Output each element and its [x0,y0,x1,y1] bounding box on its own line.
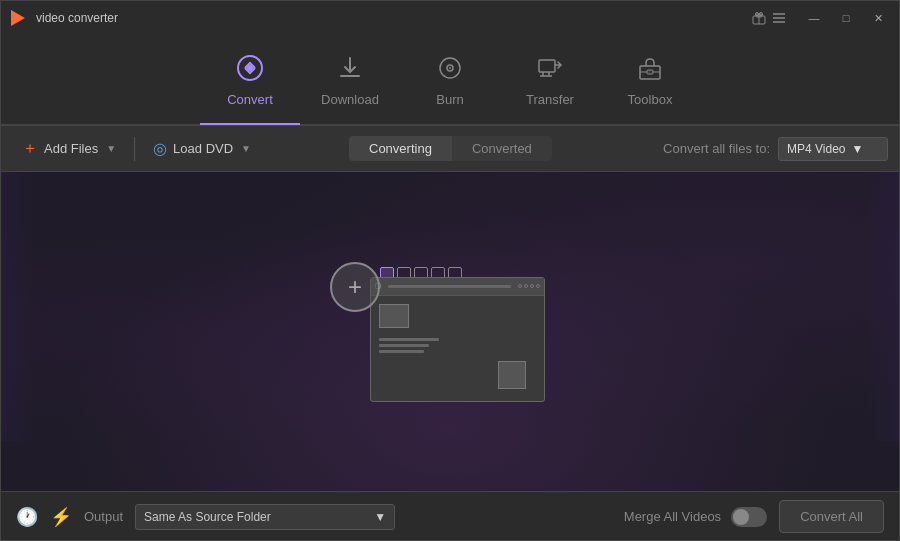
format-arrow: ▼ [851,142,863,156]
title-controls: — □ ✕ [750,8,892,28]
nav-label-burn: Burn [436,92,463,107]
content-area[interactable]: + [0,172,900,491]
app-logo [8,8,28,28]
mockup-line-3 [379,350,424,353]
load-dvd-label: Load DVD [173,141,233,156]
format-select[interactable]: MP4 Video ▼ [778,137,888,161]
svg-point-9 [247,65,253,71]
nav-label-toolbox: Toolbox [628,92,673,107]
convert-all-label: Convert all files to: [663,141,770,156]
tab-converting[interactable]: Converting [349,136,452,161]
add-files-button[interactable]: ＋ Add Files ▼ [12,133,126,164]
convert-all-button[interactable]: Convert All [779,500,884,533]
title-bar: video converter [0,0,900,36]
plus-circle[interactable]: + [330,262,380,312]
nav-item-download[interactable]: Download [300,35,400,125]
mountain-left [0,172,35,441]
download-icon [336,54,364,86]
toolbox-icon [636,54,664,86]
drop-zone[interactable]: + [350,262,550,402]
transfer-icon [536,54,564,86]
format-selected-value: MP4 Video [787,142,845,156]
maximize-button[interactable]: □ [832,8,860,28]
merge-toggle[interactable] [731,507,767,527]
title-left: video converter [8,8,118,28]
load-dvd-button[interactable]: ◎ Load DVD ▼ [143,134,261,163]
add-icon: ＋ [22,138,38,159]
add-files-arrow: ▼ [106,143,116,154]
nav-label-download: Download [321,92,379,107]
mockup-thumb [379,304,409,328]
svg-rect-19 [647,70,653,74]
burn-icon [436,54,464,86]
add-files-label: Add Files [44,141,98,156]
dvd-icon: ◎ [153,139,167,158]
mockup-dots-right [518,284,540,288]
mountain-right [865,172,900,441]
gift-icon[interactable] [750,9,768,27]
screen-mockup [370,277,545,402]
svg-rect-13 [539,60,555,72]
toolbar-divider-1 [134,137,135,161]
nav-bar: Convert Download Burn [0,36,900,126]
title-icon-group [750,9,788,27]
bottom-bar: 🕐 ⚡ Output Same As Source Folder ▼ Merge… [0,491,900,541]
output-arrow: ▼ [374,510,386,524]
minimize-button[interactable]: — [800,8,828,28]
mockup-line-1 [379,338,439,341]
toolbar: ＋ Add Files ▼ ◎ Load DVD ▼ Converting Co… [0,126,900,172]
merge-label: Merge All Videos [624,509,721,524]
tab-converted[interactable]: Converted [452,136,552,161]
lightning-icon[interactable]: ⚡ [50,506,72,528]
svg-point-12 [449,67,451,69]
app-title: video converter [36,11,118,25]
mockup-lines [379,338,536,353]
convert-icon [236,54,264,86]
nav-label-convert: Convert [227,92,273,107]
nav-label-transfer: Transfer [526,92,574,107]
nav-item-toolbox[interactable]: Toolbox [600,35,700,125]
drop-illustration: + [350,262,550,402]
mockup-header [371,278,544,296]
output-label: Output [84,509,123,524]
load-dvd-arrow: ▼ [241,143,251,154]
nav-item-convert[interactable]: Convert [200,35,300,125]
output-select[interactable]: Same As Source Folder ▼ [135,504,395,530]
nav-item-transfer[interactable]: Transfer [500,35,600,125]
tab-group: Converting Converted [349,136,552,161]
output-path-value: Same As Source Folder [144,510,271,524]
mockup-body [371,296,544,361]
nav-item-burn[interactable]: Burn [400,35,500,125]
convert-all-group: Convert all files to: MP4 Video ▼ [663,137,888,161]
close-button[interactable]: ✕ [864,8,892,28]
mockup-overlay [498,361,526,389]
mockup-line-2 [379,344,429,347]
merge-group: Merge All Videos [624,507,767,527]
toggle-knob [733,509,749,525]
clock-icon[interactable]: 🕐 [16,506,38,528]
menu-icon[interactable] [770,9,788,27]
